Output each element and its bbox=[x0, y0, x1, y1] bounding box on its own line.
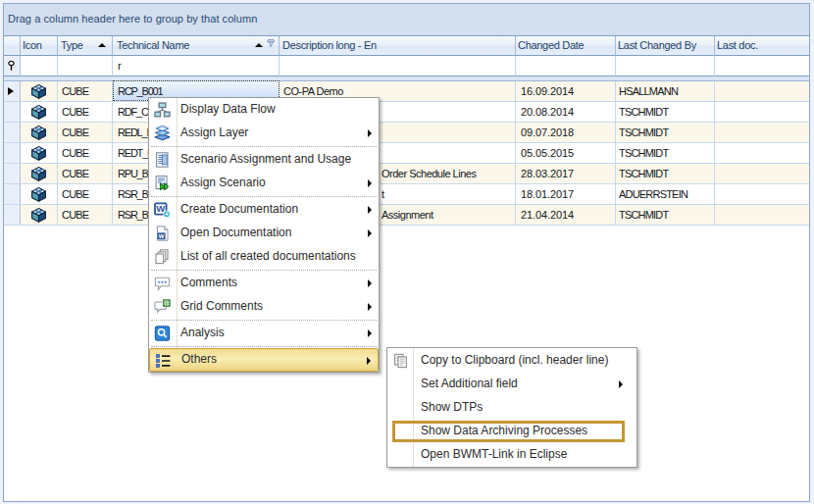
svg-text:w: w bbox=[158, 232, 165, 239]
